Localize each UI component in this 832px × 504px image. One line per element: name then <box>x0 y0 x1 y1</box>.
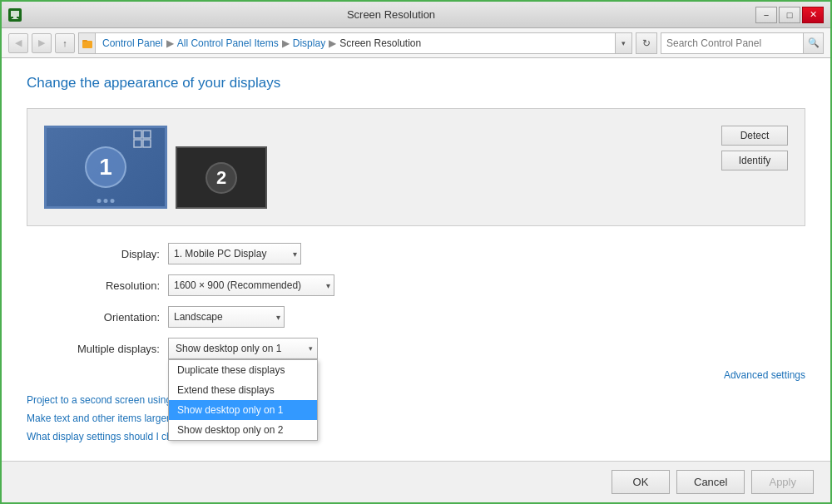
settings-form: Display: 1. Mobile PC Display Resolution… <box>27 243 805 381</box>
display-select-wrapper: 1. Mobile PC Display <box>168 243 301 264</box>
cancel-button[interactable]: Cancel <box>676 470 745 494</box>
svg-rect-0 <box>11 11 19 17</box>
forward-button[interactable]: ▶ <box>32 33 52 53</box>
back-button[interactable]: ◀ <box>8 33 28 53</box>
orientation-label: Orientation: <box>27 311 160 324</box>
monitor-2-number: 2 <box>206 162 237 194</box>
multiple-displays-select[interactable]: Show desktop only on 1 ▾ <box>168 338 318 359</box>
close-button[interactable]: ✕ <box>802 7 824 23</box>
folder-icon <box>82 37 93 49</box>
refresh-button[interactable]: ↻ <box>636 32 657 54</box>
monitors-container: 1 <box>44 126 267 209</box>
text-size-link[interactable]: Make text and other items larger or smal… <box>27 413 805 424</box>
display-settings-link[interactable]: What display settings should I choose? <box>27 431 805 442</box>
svg-rect-6 <box>143 131 151 138</box>
title-bar: Screen Resolution − □ ✕ <box>2 2 830 28</box>
svg-rect-1 <box>13 17 17 18</box>
svg-rect-5 <box>134 131 141 138</box>
svg-rect-4 <box>82 40 87 42</box>
display-preview: 1 <box>27 108 805 226</box>
monitor-1[interactable]: 1 <box>44 126 167 209</box>
display-label: Display: <box>27 248 160 260</box>
dropdown-item-duplicate[interactable]: Duplicate these displays <box>169 360 317 380</box>
minimize-button[interactable]: − <box>755 7 777 23</box>
breadcrumb-control-panel[interactable]: Control Panel <box>102 37 163 49</box>
search-bar: 🔍 <box>661 32 824 54</box>
info-row: This is currently you Advanced settings <box>27 369 805 381</box>
multiple-displays-row: Multiple displays: Show desktop only on … <box>27 338 805 359</box>
monitor-action-buttons: Detect Identify <box>721 126 788 170</box>
orientation-select-wrapper: Landscape <box>168 306 285 328</box>
svg-rect-2 <box>12 18 18 19</box>
monitor-1-bottom <box>97 199 115 203</box>
bottom-bar: OK Cancel Apply <box>2 461 830 502</box>
dropdown-item-extend[interactable]: Extend these displays <box>169 380 317 400</box>
grid-icon <box>133 130 151 151</box>
breadcrumb-display[interactable]: Display <box>293 37 325 49</box>
monitor-1-inner: 1 <box>85 146 126 188</box>
apply-button[interactable]: Apply <box>751 470 814 494</box>
main-window: Screen Resolution − □ ✕ ◀ ▶ ↑ Control Pa… <box>0 0 832 504</box>
resolution-select[interactable]: 1600 × 900 (Recommended) <box>168 274 334 296</box>
dropdown-item-show1[interactable]: Show desktop only on 1 <box>169 400 317 420</box>
search-button[interactable]: 🔍 <box>803 33 823 53</box>
window-controls: − □ ✕ <box>755 7 824 23</box>
breadcrumb-current: Screen Resolution <box>339 37 421 49</box>
ok-button[interactable]: OK <box>612 470 670 494</box>
identify-button[interactable]: Identify <box>721 151 788 170</box>
svg-rect-3 <box>82 41 92 48</box>
up-button[interactable]: ↑ <box>55 33 75 53</box>
monitor-1-number: 1 <box>85 146 126 188</box>
address-dropdown[interactable]: ▾ <box>616 32 632 54</box>
resolution-select-wrapper: 1600 × 900 (Recommended) <box>168 274 334 296</box>
search-input[interactable] <box>661 37 803 49</box>
detect-button[interactable]: Detect <box>721 126 788 146</box>
resolution-label: Resolution: <box>27 279 160 292</box>
dropdown-item-show2[interactable]: Show desktop only on 2 <box>169 420 317 440</box>
maximize-button[interactable]: □ <box>779 7 800 23</box>
project-link-text: Project to a second <box>27 394 112 406</box>
display-select[interactable]: 1. Mobile PC Display <box>168 243 301 264</box>
breadcrumb-all-items[interactable]: All Control Panel Items <box>177 37 279 49</box>
address-bar: ◀ ▶ ↑ Control Panel ▶ All Control Panel … <box>2 28 830 58</box>
window-title: Screen Resolution <box>27 8 755 21</box>
multiple-displays-label: Multiple displays: <box>27 343 160 355</box>
links-section: Project to a second screen using the Win… <box>27 394 805 442</box>
svg-rect-7 <box>134 140 141 147</box>
multiple-displays-menu: Duplicate these displays Extend these di… <box>168 359 318 441</box>
advanced-settings-link[interactable]: Advanced settings <box>724 369 805 381</box>
multiple-displays-dropdown: Show desktop only on 1 ▾ Duplicate these… <box>168 338 318 359</box>
content-area: Change the appearance of your displays 1 <box>2 58 830 461</box>
svg-rect-8 <box>143 140 151 147</box>
monitor-2[interactable]: 2 <box>176 146 267 209</box>
resolution-row: Resolution: 1600 × 900 (Recommended) <box>27 274 805 296</box>
display-row: Display: 1. Mobile PC Display <box>27 243 805 264</box>
orientation-select[interactable]: Landscape <box>168 306 285 328</box>
dropdown-arrow: ▾ <box>309 344 313 353</box>
app-icon <box>8 8 22 22</box>
breadcrumb: Control Panel ▶ All Control Panel Items … <box>95 32 616 54</box>
multiple-displays-value: Show desktop only on 1 <box>176 343 281 354</box>
page-title: Change the appearance of your displays <box>27 75 805 91</box>
project-link[interactable]: Project to a second screen using the Win… <box>27 394 805 406</box>
orientation-row: Orientation: Landscape <box>27 306 805 328</box>
